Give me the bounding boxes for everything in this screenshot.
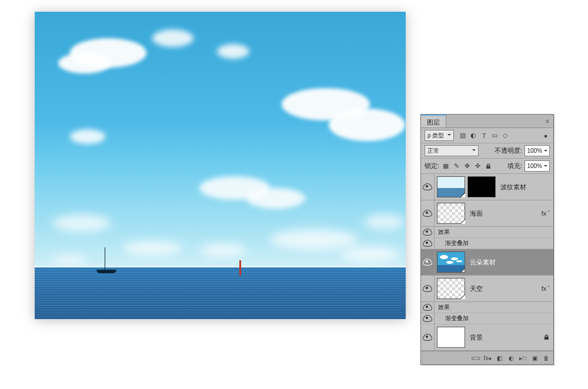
cloud xyxy=(52,256,88,264)
layer-filter-select[interactable]: ρ 类型 xyxy=(425,130,454,141)
cloud xyxy=(123,241,182,256)
layer-name[interactable]: 波纹素材 xyxy=(498,183,550,192)
cloud xyxy=(70,129,105,144)
eye-icon xyxy=(423,304,432,311)
layer-row[interactable]: 海面 fxˆ xyxy=(421,200,553,227)
layer-thumbnail[interactable] xyxy=(437,327,465,348)
cloud xyxy=(270,229,358,250)
fx-gradient-overlay: 渐变叠加 xyxy=(435,314,469,323)
new-layer-icon[interactable]: ▣ xyxy=(531,354,538,361)
panel-menu-icon[interactable]: ≡ xyxy=(542,115,553,128)
tab-layers[interactable]: 图层 xyxy=(421,115,446,128)
blend-mode-select[interactable]: 正常 xyxy=(425,145,479,156)
opacity-input[interactable]: 100% xyxy=(524,145,550,156)
layer-row[interactable]: 天空 fxˆ xyxy=(421,276,553,302)
fx-gradient-overlay: 渐变叠加 xyxy=(435,239,469,247)
lock-icon: 🔒︎ xyxy=(543,334,550,341)
visibility-toggle[interactable] xyxy=(421,302,435,313)
lock-all-icon[interactable]: 🔒︎ xyxy=(484,162,492,170)
fx-item-row[interactable]: 渐变叠加 xyxy=(421,238,553,249)
fx-item-row[interactable]: 渐变叠加 xyxy=(421,313,553,324)
layer-list: 波纹素材 海面 fxˆ 效果 渐变叠加 xyxy=(421,174,553,351)
chevron-up-icon[interactable]: ˆ xyxy=(547,285,550,292)
boat-graphic xyxy=(96,256,120,273)
lock-pixels-icon[interactable]: ✎ xyxy=(452,162,460,170)
visibility-toggle[interactable] xyxy=(421,174,435,200)
layer-name[interactable]: 天空 xyxy=(467,284,542,293)
visibility-toggle[interactable] xyxy=(421,324,435,350)
channel-marker xyxy=(239,260,241,276)
fill-input[interactable]: 100% xyxy=(524,160,550,172)
fx-badge: fx xyxy=(542,285,547,292)
filter-adjust-icon[interactable]: ◐ xyxy=(469,132,477,140)
eye-icon xyxy=(423,210,432,217)
delete-layer-icon[interactable]: 🗑︎ xyxy=(543,354,550,361)
fill-label: 填充: xyxy=(507,162,522,170)
layer-thumbnail[interactable] xyxy=(437,176,465,197)
opacity-label: 不透明度: xyxy=(495,146,522,155)
lock-artboard-icon[interactable]: ✜ xyxy=(473,162,482,170)
panel-tab-bar: 图层 ≡ xyxy=(421,115,553,128)
visibility-toggle[interactable] xyxy=(421,276,435,301)
filter-smart-icon[interactable]: ◇ xyxy=(501,132,509,140)
layer-row[interactable]: 云朵素材 xyxy=(421,249,553,276)
eye-icon xyxy=(423,285,432,292)
fx-effects-row[interactable]: 效果 xyxy=(421,302,553,313)
layer-row[interactable]: 背景 🔒︎ xyxy=(421,324,553,351)
layer-thumbnail[interactable] xyxy=(437,203,465,224)
cloud xyxy=(364,214,405,229)
cloud xyxy=(58,53,111,73)
fx-header: 效果 xyxy=(435,303,450,311)
fx-effects-row[interactable]: 效果 xyxy=(421,227,553,238)
blend-opacity-row: 正常 不透明度: 100% xyxy=(421,143,553,159)
layer-mask-thumbnail[interactable] xyxy=(467,176,496,197)
filter-toggle-icon[interactable]: ● xyxy=(542,132,550,140)
lock-transparent-icon[interactable]: ▦ xyxy=(442,162,450,170)
filter-pixel-icon[interactable]: ▧ xyxy=(459,132,467,140)
visibility-toggle[interactable] xyxy=(421,200,435,226)
chevron-up-icon[interactable]: ˆ xyxy=(547,210,550,217)
lock-label: 锁定: xyxy=(425,162,439,170)
layer-filter-row: ρ 类型 ▧ ◐ T ▭ ◇ ● xyxy=(421,128,553,143)
sea-graphic xyxy=(35,267,406,319)
eye-icon xyxy=(423,315,432,322)
eye-icon xyxy=(423,229,432,236)
layer-thumbnail[interactable] xyxy=(437,251,465,273)
cloud xyxy=(217,44,249,59)
lock-position-icon[interactable]: ✥ xyxy=(463,162,471,170)
cloud xyxy=(340,247,399,261)
layer-group-icon[interactable]: ▸□ xyxy=(519,354,526,361)
layer-name[interactable]: 背景 xyxy=(467,333,543,342)
filter-type-icon[interactable]: T xyxy=(480,132,488,140)
panel-footer: ⊂⊃ fx◂ ◧ ◐ ▸□ ▣ 🗑︎ xyxy=(421,351,553,364)
layer-thumbnail[interactable] xyxy=(437,278,465,299)
layer-name[interactable]: 云朵素材 xyxy=(467,258,550,267)
visibility-toggle[interactable] xyxy=(421,313,435,324)
link-layers-icon[interactable]: ⊂⊃ xyxy=(472,354,479,361)
layer-name[interactable]: 海面 xyxy=(467,209,542,218)
cloud xyxy=(152,29,193,47)
eye-icon xyxy=(423,259,432,266)
layers-panel: 图层 ≡ ρ 类型 ▧ ◐ T ▭ ◇ ● 正常 不透明度: 100% 锁定: … xyxy=(420,114,554,365)
visibility-toggle[interactable] xyxy=(421,249,435,275)
layer-mask-icon[interactable]: ◧ xyxy=(496,354,503,361)
eye-icon xyxy=(423,183,432,190)
layer-row[interactable]: 波纹素材 xyxy=(421,174,553,200)
document-canvas[interactable] xyxy=(35,12,406,319)
eye-icon xyxy=(423,334,432,341)
fx-badge: fx xyxy=(542,210,547,217)
adjustment-layer-icon[interactable]: ◐ xyxy=(507,354,514,361)
eye-icon xyxy=(423,240,432,247)
filter-shape-icon[interactable]: ▭ xyxy=(490,132,499,140)
visibility-toggle[interactable] xyxy=(421,227,435,237)
cloud xyxy=(52,214,111,232)
fx-header: 效果 xyxy=(435,228,450,236)
lock-fill-row: 锁定: ▦ ✎ ✥ ✜ 🔒︎ 填充: 100% xyxy=(421,159,553,174)
cloud xyxy=(199,244,246,257)
cloud xyxy=(329,109,405,141)
layer-style-icon[interactable]: fx◂ xyxy=(484,354,491,361)
visibility-toggle[interactable] xyxy=(421,238,435,249)
cloud xyxy=(246,188,305,209)
